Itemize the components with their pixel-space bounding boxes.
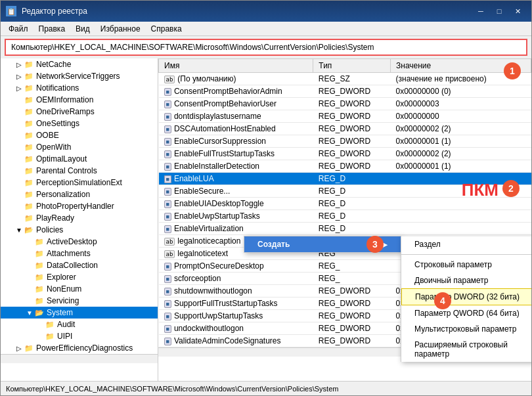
tree-item-openwith[interactable]: 📁 OpenWith [1,141,158,153]
addressbar[interactable]: Компьютер\HKEY_LOCAL_MACHINE\SOFTWARE\Mi… [5,39,527,56]
reg-name: ■EnableVirtualization [159,223,313,235]
tree-label: Notifications [36,83,79,93]
folder-icon: 📁 [24,167,35,175]
dword-icon: ■ [164,300,171,308]
reg-name: ■ConsentPromptBehaviorUser [159,98,313,110]
tree-item-nonenum[interactable]: 📁 NonEnum [1,283,158,295]
menubar: Файл Правка Вид Избранное Справка [1,22,531,36]
menu-help[interactable]: Справка [146,23,187,34]
tree-item-playready[interactable]: 📁 PlayReady [1,212,158,224]
ctx-string-param[interactable]: Строковый параметр [401,257,531,273]
ctx-multistring-param[interactable]: Мультистроковый параметр [401,321,531,337]
ab-icon: ab [164,238,175,246]
tree-item-system[interactable]: ▼ 📂 System [1,307,158,319]
tree-item-datacollection[interactable]: 📁 DataCollection [1,259,158,271]
menu-edit[interactable]: Правка [33,23,71,34]
menu-file[interactable]: Файл [3,23,33,34]
reg-value: 0x00000000 [391,110,531,123]
tree-label: Audit [57,320,75,329]
table-row[interactable]: ■EnableUwpStartupTasksREG_D [159,210,531,223]
table-row[interactable]: ■ConsentPromptBehaviorAdminREG_DWORD0x00… [159,85,531,98]
reg-name: ■EnableSecure... [159,185,313,198]
menu-view[interactable]: Вид [70,23,95,34]
ab-icon: ab [164,76,175,83]
reg-value [391,223,531,235]
tree-item-audit[interactable]: 📁 Audit [1,319,158,330]
tree-item-notifications[interactable]: ▷ 📁 Notifications [1,82,158,94]
tree-item-powereff[interactable]: ▷ 📁 PowerEfficiencyDiagnostics [1,342,158,354]
reg-name: ■dontdisplaylastusername [159,110,313,123]
tree-item-attachments[interactable]: 📁 Attachments [1,248,158,259]
pkm-label: ПКМ [462,180,499,200]
table-row[interactable]: ■EnableVirtualizationREG_D [159,223,531,235]
table-row[interactable]: ■EnableCursorSuppressionREG_DWORD0x00000… [159,135,531,148]
tree-item-oeminfo[interactable]: 📁 OEMInformation [1,94,158,106]
tree-item-netcache[interactable]: ▷ 📁 NetCache [1,58,158,70]
tree-item-activedesktop[interactable]: 📁 ActiveDesktop [1,236,158,248]
table-row[interactable]: ab(По умолчанию)REG_SZ(значение не присв… [159,73,531,85]
reg-name: ■EnableFullTrustStartupTasks [159,148,313,160]
reg-value [391,210,531,223]
reg-name: ■SupportFullTrustStartupTasks [159,297,313,310]
ctx-dword-label: Параметр DWORD (32 бита) [415,292,520,301]
table-row[interactable]: ■DSCAutomationHostEnabledREG_DWORD0x0000… [159,123,531,135]
tree-label: UIPI [57,332,72,341]
tree-label: PerceptionSimulationExt [36,178,122,187]
ctx-binary-label: Двоичный параметр [414,276,489,285]
reg-value: 0x00000002 (2) [391,123,531,135]
tree-item-optimal[interactable]: 📁 OptimalLayout [1,153,158,165]
reg-type: REG_DWORD [313,98,391,110]
maximize-button[interactable]: □ [491,5,508,18]
reg-type: REG_DWORD [313,310,391,322]
close-button[interactable]: ✕ [509,5,526,18]
window-controls: ─ □ ✕ [472,5,526,18]
table-row[interactable]: ■ConsentPromptBehaviorUserREG_DWORD0x000… [159,98,531,110]
reg-name: ■EnableUwpStartupTasks [159,210,313,223]
sidebar-scrollbar[interactable] [1,354,158,363]
window-title: Редактор реестра [22,7,472,16]
tree-label: OOBE [36,131,59,140]
tree-item-parental[interactable]: 📁 Parental Controls [1,165,158,177]
ctx-expand-param[interactable]: Расширяемый строковый параметр [401,337,531,362]
reg-value [391,198,531,210]
badge-4: 4 [434,292,451,309]
ctx-qword-param[interactable]: Параметр QWORD (64 бита) [401,305,531,321]
menu-favorites[interactable]: Избранное [95,23,146,34]
folder-icon: 📁 [24,214,35,223]
tree-label: Attachments [47,249,91,258]
tree-item-oobe[interactable]: 📁 OOBE [1,129,158,141]
tree-item-photo[interactable]: 📁 PhotoPropertyHandler [1,200,158,212]
tree-label: OneDriveRamps [36,107,95,116]
folder-open-icon: 📂 [35,309,45,317]
tree-item-policies[interactable]: ▼ 📂 Policies [1,224,158,236]
tree-item-onedrive[interactable]: 📁 OneDriveRamps [1,106,158,118]
tree-label: System [47,308,73,317]
table-row[interactable]: ■EnableInstallerDetectionREG_DWORD0x0000… [159,160,531,173]
folder-icon: 📁 [24,155,35,164]
ctx-dword-param[interactable]: Параметр DWORD (32 бита) [401,288,531,305]
tree-item-personalization[interactable]: 📁 Personalization [1,188,158,200]
tree-item-nst[interactable]: ▷ 📁 NetworkServiceTriggers [1,70,158,82]
ctx-separator [401,254,531,255]
dword-icon: ■ [164,325,171,333]
ctx-razdel[interactable]: Раздел [401,236,531,252]
expand-icon: ▷ [14,85,24,92]
tree-item-perception[interactable]: 📁 PerceptionSimulationExt [1,177,158,188]
col-type: Тип [313,59,391,73]
badge-2: 2 [502,180,520,197]
tree-item-onesettings[interactable]: 📁 OneSettings [1,118,158,129]
tree-label: PhotoPropertyHandler [36,202,114,211]
ab-icon: ab [164,250,175,258]
tree-item-explorer[interactable]: 📁 Explorer [1,271,158,283]
dword-icon: ■ [164,125,171,133]
tree-item-servicing[interactable]: 📁 Servicing [1,295,158,307]
ctx-binary-param[interactable]: Двоичный параметр [401,273,531,288]
table-row[interactable]: ■dontdisplaylastusernameREG_DWORD0x00000… [159,110,531,123]
tree-item-uipi[interactable]: 📁 UIPI [1,330,158,342]
badge-1: 1 [504,62,521,79]
folder-open-icon: 📂 [24,226,35,234]
table-row[interactable]: ■EnableFullTrustStartupTasksREG_DWORD0x0… [159,148,531,160]
reg-name: ■DSCAutomationHostEnabled [159,123,313,135]
dword-icon: ■ [164,263,171,271]
minimize-button[interactable]: ─ [472,5,489,18]
